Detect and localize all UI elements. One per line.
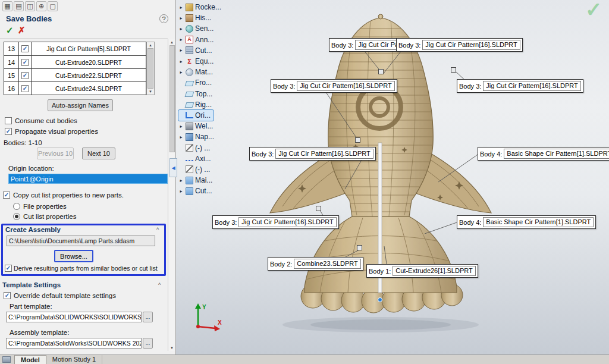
table-row[interactable]: 13 ✓ Jig Cut Cir Pattern[5].SLDPRT	[4, 42, 146, 55]
help-icon[interactable]: ?	[159, 14, 168, 23]
part-template-input[interactable]: C:\ProgramData\SOLIDWORKS\SOLIDWORKS 2	[6, 312, 142, 322]
callout-filename-field[interactable]: Jig Cut Cir Pattern[16].SLDPRT	[238, 217, 336, 227]
row-checkbox[interactable]: ✓	[21, 72, 29, 79]
copy-cut-list-checkbox[interactable]: ✓	[3, 192, 10, 199]
grid-view-icon[interactable]: ▦	[2, 1, 12, 11]
table-row[interactable]: 14 ✓ Cut-Extrude20.SLDPRT	[4, 55, 146, 68]
body-callout-4[interactable]: Body 3: Jig Cut Cir Pattern[16].SLDPRT	[457, 79, 583, 93]
callout-handle[interactable]	[378, 69, 384, 74]
row-checkbox[interactable]: ✓	[21, 59, 29, 66]
table-row[interactable]: 16 ✓ Cut-Extrude24.SLDPRT	[4, 81, 146, 95]
tree-item-axis[interactable]: Axi...	[178, 153, 214, 164]
part-template-browse-button[interactable]: ...	[143, 312, 153, 322]
callout-filename-field[interactable]: Cut-Extrude26[1].SLDPRT	[393, 266, 475, 276]
pane-icon[interactable]: ▢	[48, 1, 58, 11]
tab-motion-study[interactable]: Motion Study 1	[46, 355, 102, 364]
previous-10-button[interactable]: Previous 10	[37, 148, 74, 159]
consume-cut-bodies-checkbox[interactable]	[5, 117, 12, 124]
expand-caret-icon[interactable]: ▸	[178, 59, 184, 64]
collapse-chevron-icon[interactable]: ^	[158, 282, 161, 288]
row-filename[interactable]: Jig Cut Cir Pattern[5].SLDPRT	[32, 42, 146, 55]
row-checkbox[interactable]: ✓	[21, 45, 29, 52]
origin-point-marker[interactable]	[378, 298, 382, 302]
expand-caret-icon[interactable]: ▸	[178, 48, 184, 53]
create-assembly-header[interactable]: Create Assembly	[5, 226, 61, 233]
expand-caret-icon[interactable]: ▸	[178, 134, 184, 140]
tree-item-top-plane[interactable]: Top...	[178, 89, 215, 99]
scroll-up-icon[interactable]: ▲	[149, 42, 152, 48]
body-callout-8[interactable]: Body 4: Basic Shape Cir Pattern[1].SLDPR…	[457, 215, 596, 229]
row-filename[interactable]: Cut-Extrude20.SLDPRT	[32, 56, 146, 68]
table-scrollbar[interactable]: ▲ ▼	[146, 42, 155, 95]
globe-icon[interactable]: ⊕	[36, 1, 46, 11]
list-view-icon[interactable]: ▤	[14, 1, 24, 11]
body-callout-10[interactable]: Body 1: Cut-Extrude26[1].SLDPRT	[366, 264, 478, 278]
scroll-down-icon[interactable]: ▼	[149, 89, 152, 95]
callout-filename-field[interactable]: Basic Shape Cir Pattern[1].SLDPRT	[483, 217, 594, 227]
body-callout-3[interactable]: Body 3: Jig Cut Cir Pattern[16].SLDPRT	[271, 79, 397, 93]
expand-caret-icon[interactable]: ▸	[178, 124, 184, 129]
expand-caret-icon[interactable]: ▸	[178, 70, 184, 75]
row-checkbox[interactable]: ✓	[21, 85, 29, 92]
collapse-chevron-icon[interactable]: ^	[156, 227, 159, 233]
body-callout-2[interactable]: Body 3: Jig Cut Cir Pattern[16].SLDPRT	[396, 38, 523, 52]
propagate-visual-checkbox[interactable]: ✓	[5, 128, 12, 135]
auto-assign-names-button[interactable]: Auto-assign Names	[48, 99, 113, 111]
tree-item-sketch-1[interactable]: (-) ...	[178, 142, 213, 153]
cut-list-properties-radio[interactable]	[13, 213, 20, 220]
tree-item-origin[interactable]: Ori...	[178, 110, 214, 121]
scroll-thumb[interactable]	[169, 45, 175, 152]
tree-item-history[interactable]: ▸His...	[178, 12, 214, 23]
panel-flyout-collapse[interactable]: ◀	[169, 158, 177, 177]
override-template-checkbox[interactable]: ✓	[4, 292, 11, 299]
rocket-model[interactable]	[256, 7, 494, 340]
tree-item-cut-folder[interactable]: ▸Cut...	[178, 186, 215, 196]
callout-handle[interactable]	[451, 67, 456, 73]
derive-parts-checkbox[interactable]: ✓	[5, 265, 12, 272]
tab-model[interactable]: Model	[14, 355, 46, 364]
expand-caret-icon[interactable]: ▸	[178, 5, 184, 10]
scroll-down-icon[interactable]: ▼	[170, 345, 174, 351]
origin-location-input[interactable]: Point1@Origin	[8, 174, 168, 184]
split-view-icon[interactable]: ◫	[25, 1, 35, 11]
callout-filename-field[interactable]: Jig Cut Cir Pattern[16].SLDPRT	[297, 81, 394, 91]
tree-item-main-folder[interactable]: ▸Mai...	[178, 175, 215, 186]
tree-item-cutlist[interactable]: ▸Cut...	[178, 45, 215, 56]
tree-item-equations[interactable]: ▸ΣEqu...	[178, 56, 216, 67]
scroll-thumb[interactable]	[147, 48, 153, 89]
callout-filename-field[interactable]: Jig Cut Cir Pattern[16].SLDPRT	[483, 81, 580, 91]
tree-item-nap[interactable]: ▸Nap...	[178, 131, 217, 142]
body-callout-5[interactable]: Body 3: Jig Cut Cir Pattern[16].SLDPRT	[249, 147, 376, 161]
expand-caret-icon[interactable]: ▸	[178, 189, 184, 194]
template-settings-header[interactable]: Template Settings	[2, 281, 61, 288]
body-callout-7[interactable]: Body 3: Jig Cut Cir Pattern[16].SLDPRT	[212, 215, 339, 229]
panel-scrollbar[interactable]: ▲ ▼	[168, 39, 175, 351]
row-filename[interactable]: Cut-Extrude22.SLDPRT	[32, 69, 146, 81]
tree-item-annotations[interactable]: ▸AAnn...	[178, 34, 216, 45]
table-row[interactable]: 15 ✓ Cut-Extrude22.SLDPRT	[4, 68, 146, 81]
file-properties-radio[interactable]	[13, 203, 20, 210]
assembly-template-input[interactable]: C:\ProgramData\SolidWorks\SOLIDWORKS 202	[6, 338, 142, 349]
confirmation-check-icon[interactable]: ✓	[585, 0, 602, 21]
callout-handle[interactable]	[316, 206, 321, 211]
callout-filename-field[interactable]: Basic Shape Cir Pattern[1].SLDPRT	[504, 149, 609, 159]
scroll-up-icon[interactable]: ▲	[170, 39, 174, 45]
tree-item-front-plane[interactable]: Fro...	[178, 77, 215, 88]
tree-item-right-plane[interactable]: Rig...	[178, 99, 215, 110]
tree-item-rocket[interactable]: ▸Rocke...	[178, 2, 224, 12]
expand-caret-icon[interactable]: ▸	[178, 178, 184, 183]
callout-filename-field[interactable]: Jig Cut Cir Pattern[16].SLDPRT	[275, 149, 373, 159]
expand-caret-icon[interactable]: ▸	[178, 37, 184, 42]
browse-button[interactable]: Browse...	[54, 250, 93, 262]
body-callout-6[interactable]: Body 4: Basic Shape Cir Pattern[1].SLDPR…	[478, 147, 609, 161]
tree-item-sketch-2[interactable]: (-) ...	[178, 164, 213, 175]
callout-filename-field[interactable]: Jig Cut Cir Pattern[16].SLDPRT	[422, 40, 520, 50]
tree-item-weldment[interactable]: ▸Wel...	[178, 121, 216, 131]
next-10-button[interactable]: Next 10	[82, 148, 115, 159]
callout-filename-field[interactable]: Combine23.SLDPRT	[294, 259, 361, 269]
callout-handle[interactable]	[357, 245, 362, 250]
assembly-path-field[interactable]: C:\Users\lstiu\Documents\Lamp Parts.slda…	[7, 236, 155, 246]
expand-caret-icon[interactable]: ▸	[178, 15, 184, 21]
tab-scroll-icon[interactable]	[2, 356, 11, 363]
expand-caret-icon[interactable]: ▸	[178, 26, 184, 32]
